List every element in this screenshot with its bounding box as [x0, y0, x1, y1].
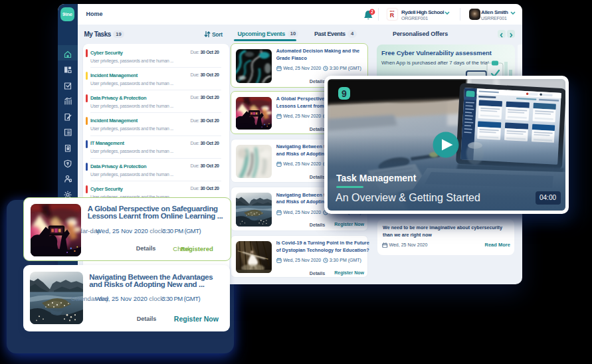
svg-text:9: 9 — [342, 88, 347, 98]
svg-text:2: 2 — [371, 9, 373, 14]
